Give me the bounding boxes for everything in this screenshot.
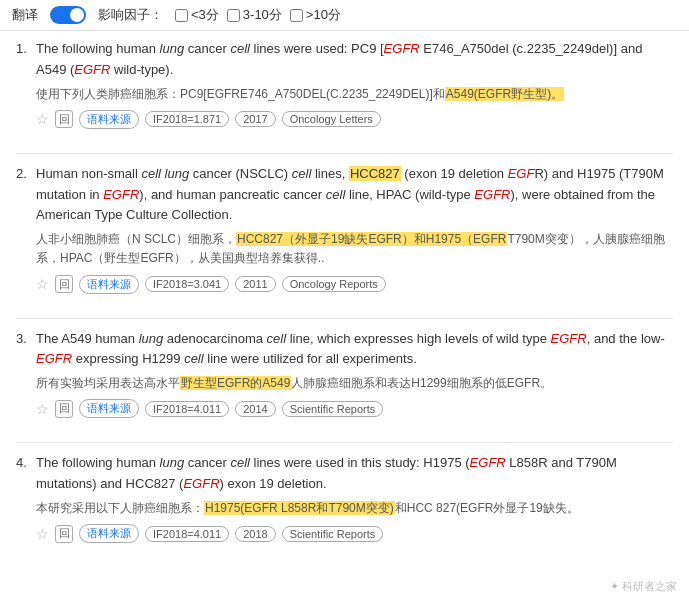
source-tag-1[interactable]: 语料来源: [79, 110, 139, 129]
top-bar: 翻译 影响因子： <3分 3-10分 >10分: [0, 0, 689, 31]
filter-lt3-checkbox[interactable]: [175, 9, 188, 22]
source-tag-4[interactable]: 语料来源: [79, 524, 139, 543]
journal-tag-3[interactable]: Scientific Reports: [282, 401, 384, 417]
result-en-4: The following human lung cancer cell lin…: [36, 453, 673, 495]
translate-label: 翻译: [12, 6, 38, 24]
meta-row-4: ☆ 回 语料来源 IF2018=4.011 2018 Scientific Re…: [36, 524, 673, 543]
if-tag-1[interactable]: IF2018=1.871: [145, 111, 229, 127]
result-en-3: The A549 human lung adenocarcinoma cell …: [36, 329, 673, 371]
source-tag-3[interactable]: 语料来源: [79, 399, 139, 418]
star-icon-3[interactable]: ☆: [36, 401, 49, 417]
result-number-3: 3.: [16, 331, 27, 346]
journal-tag-4[interactable]: Scientific Reports: [282, 526, 384, 542]
filter-gt10-checkbox[interactable]: [290, 9, 303, 22]
translate-toggle[interactable]: [50, 6, 86, 24]
journal-tag-2[interactable]: Oncology Reports: [282, 276, 386, 292]
star-icon-4[interactable]: ☆: [36, 526, 49, 542]
filter-gt10-label: >10分: [306, 6, 341, 24]
cite-icon-1[interactable]: 回: [55, 110, 73, 128]
year-tag-4[interactable]: 2018: [235, 526, 275, 542]
cite-icon-4[interactable]: 回: [55, 525, 73, 543]
star-icon-2[interactable]: ☆: [36, 276, 49, 292]
year-tag-3[interactable]: 2014: [235, 401, 275, 417]
result-zh-2: 人非小细胞肺癌（N SCLC）细胞系，HCC827（外显子19缺失EGFR）和H…: [36, 230, 673, 268]
year-tag-2[interactable]: 2011: [235, 276, 275, 292]
filter-gt10[interactable]: >10分: [290, 6, 341, 24]
result-item-1: 1. The following human lung cancer cell …: [16, 39, 673, 135]
impact-label: 影响因子：: [98, 6, 163, 24]
filter-lt3[interactable]: <3分: [175, 6, 219, 24]
filter-lt3-label: <3分: [191, 6, 219, 24]
result-zh-4: 本研究采用以下人肺癌细胞系：H1975(EGFR L858R和T790M突变)和…: [36, 499, 673, 518]
meta-row-1: ☆ 回 语料来源 IF2018=1.871 2017 Oncology Lett…: [36, 110, 673, 129]
meta-row-2: ☆ 回 语料来源 IF2018=3.041 2011 Oncology Repo…: [36, 275, 673, 294]
result-item-2: 2. Human non-small cell lung cancer (NSC…: [16, 164, 673, 300]
filter-group: <3分 3-10分 >10分: [175, 6, 341, 24]
result-item-3: 3. The A549 human lung adenocarcinoma ce…: [16, 329, 673, 425]
meta-row-3: ☆ 回 语料来源 IF2018=4.011 2014 Scientific Re…: [36, 399, 673, 418]
result-en-1: The following human lung cancer cell lin…: [36, 39, 673, 81]
watermark-text: 科研者之家: [622, 580, 677, 592]
result-item-4: 4. The following human lung cancer cell …: [16, 453, 673, 549]
if-tag-2[interactable]: IF2018=3.041: [145, 276, 229, 292]
result-number-4: 4.: [16, 455, 27, 470]
journal-tag-1[interactable]: Oncology Letters: [282, 111, 381, 127]
filter-3to10-label: 3-10分: [243, 6, 282, 24]
if-tag-3[interactable]: IF2018=4.011: [145, 401, 229, 417]
watermark-icon: ✦: [610, 580, 619, 592]
filter-3to10[interactable]: 3-10分: [227, 6, 282, 24]
watermark: ✦ 科研者之家: [0, 575, 689, 594]
cite-icon-3[interactable]: 回: [55, 400, 73, 418]
toggle-knob: [70, 8, 84, 22]
star-icon-1[interactable]: ☆: [36, 111, 49, 127]
result-zh-3: 所有实验均采用表达高水平野生型EGFR的A549人肺腺癌细胞系和表达H1299细…: [36, 374, 673, 393]
results-container: 1. The following human lung cancer cell …: [0, 31, 689, 575]
result-zh-1: 使用下列人类肺癌细胞系：PC9[EGFRE746_A750DEL(C.2235_…: [36, 85, 673, 104]
filter-3to10-checkbox[interactable]: [227, 9, 240, 22]
year-tag-1[interactable]: 2017: [235, 111, 275, 127]
result-number-1: 1.: [16, 41, 27, 56]
cite-icon-2[interactable]: 回: [55, 275, 73, 293]
source-tag-2[interactable]: 语料来源: [79, 275, 139, 294]
if-tag-4[interactable]: IF2018=4.011: [145, 526, 229, 542]
result-en-2: Human non-small cell lung cancer (NSCLC)…: [36, 164, 673, 226]
result-number-2: 2.: [16, 166, 27, 181]
